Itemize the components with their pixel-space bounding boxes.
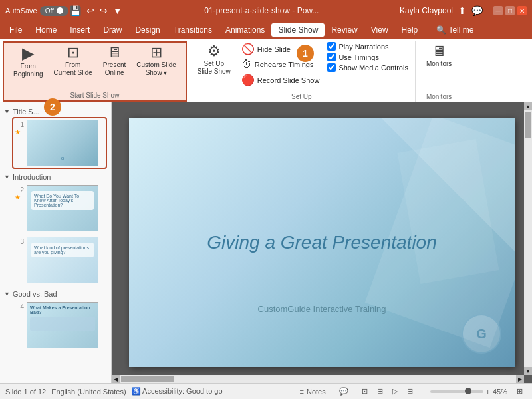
- share-icon[interactable]: ⬆: [458, 5, 466, 16]
- scroll-thumb-h[interactable]: [121, 376, 174, 382]
- monitors-button[interactable]: 🖥 Monitors: [422, 41, 456, 70]
- scroll-left-button[interactable]: ◀: [112, 375, 120, 383]
- presenter-view-button[interactable]: ⊟: [403, 386, 417, 397]
- minimize-button[interactable]: ─: [493, 6, 503, 15]
- hide-slide-button[interactable]: 🚫 Hide Slide: [237, 41, 324, 57]
- custom-show-icon: ⊞: [150, 45, 162, 60]
- setup-icon: ⚙: [207, 44, 221, 59]
- use-timings-row[interactable]: Use Timings: [326, 52, 410, 62]
- section-title[interactable]: ▼ Title S...: [3, 105, 108, 117]
- menu-file[interactable]: File: [3, 23, 29, 37]
- slide-subtitle: CustomGuide Interactive Training: [129, 304, 515, 314]
- scroll-track-h[interactable]: [120, 375, 516, 383]
- slide-4-num-area: 4 ★: [15, 302, 24, 318]
- notes-label: Notes: [307, 388, 326, 396]
- zoom-out-button[interactable]: ─: [422, 388, 428, 396]
- from-beginning-icon: ▶: [22, 45, 34, 61]
- setup-slideshow-button[interactable]: ⚙ Set UpSlide Show: [194, 41, 235, 78]
- from-current-slide-button[interactable]: ⊡ FromCurrent Slide: [49, 43, 96, 80]
- slide-thumb-2[interactable]: 2 ★ What Do You Want To Know After Today…: [13, 184, 106, 233]
- comments-status-icon: 💬: [339, 387, 348, 396]
- undo-icon[interactable]: ↩: [85, 4, 96, 17]
- custom-slide-show-button[interactable]: ⊞ Custom SlideShow ▾: [132, 43, 180, 80]
- maximize-button[interactable]: □: [505, 6, 515, 15]
- save-icon[interactable]: 💾: [68, 4, 82, 17]
- slide-thumb-3[interactable]: 3 ★ What kind of presentations are you g…: [13, 235, 106, 285]
- comments-status-button[interactable]: 💬: [335, 386, 352, 397]
- monitors-icon: 🖥: [432, 44, 446, 59]
- slide-sorter-button[interactable]: ⊞: [373, 386, 387, 397]
- section-intro-arrow: ▼: [4, 174, 10, 180]
- slide-1-num: 1: [15, 120, 24, 128]
- scroll-down-button[interactable]: ▼: [524, 367, 532, 375]
- autosave-toggle[interactable]: Off: [40, 6, 68, 16]
- menu-design[interactable]: Design: [128, 23, 166, 37]
- view-buttons: ⊡ ⊞ ▷ ⊟: [358, 386, 417, 397]
- slide-canvas: Giving a Great Presentation CustomGuide …: [129, 118, 515, 367]
- ribbon: ▶ FromBeginning ⊡ FromCurrent Slide 🖥 Pr…: [0, 39, 532, 102]
- window-controls: ─ □ ✕: [493, 6, 527, 15]
- show-media-controls-row[interactable]: Show Media Controls: [326, 63, 410, 72]
- scroll-right-button[interactable]: ▶: [516, 375, 524, 383]
- notes-button[interactable]: ≡ Notes: [296, 386, 330, 397]
- menu-home[interactable]: Home: [29, 23, 63, 37]
- menu-help[interactable]: Help: [395, 23, 425, 37]
- menu-draw[interactable]: Draw: [96, 23, 128, 37]
- section-introduction[interactable]: ▼ Introduction: [3, 170, 108, 182]
- zoom-in-button[interactable]: +: [486, 388, 490, 396]
- customize-icon[interactable]: ▼: [112, 4, 124, 17]
- comments-icon[interactable]: 💬: [471, 5, 483, 16]
- scroll-up-button[interactable]: ▲: [524, 102, 532, 110]
- zoom-control: ─ + 45%: [422, 388, 507, 396]
- scroll-thumb-v[interactable]: [525, 112, 531, 138]
- reading-view-button[interactable]: ▷: [388, 386, 402, 397]
- section-goodbad-slides: 4 ★ What Makes a Presentation Bad?: [3, 299, 108, 352]
- fit-to-window-button[interactable]: ⊞: [513, 386, 527, 397]
- language: English (United States): [51, 388, 126, 396]
- ribbon-group-monitors: 🖥 Monitors Monitors: [417, 41, 461, 102]
- rehearse-timings-button[interactable]: ⏱ Rehearse Timings: [237, 57, 324, 72]
- slide-thumb-1[interactable]: 1 ★ G: [13, 118, 106, 168]
- vertical-scrollbar[interactable]: ▲ ▼: [524, 102, 532, 375]
- hide-slide-label: Hide Slide: [257, 45, 291, 53]
- menu-insert[interactable]: Insert: [63, 23, 96, 37]
- redo-icon[interactable]: ↪: [98, 4, 109, 17]
- ribbon-group-setup: ⚙ Set UpSlide Show 🚫 Hide Slide ⏱ Rehear…: [188, 41, 416, 102]
- ribbon-group-start-slideshow: ▶ FromBeginning ⊡ FromCurrent Slide 🖥 Pr…: [3, 41, 187, 102]
- slide-4-thumbnail: What Makes a Presentation Bad?: [27, 302, 98, 348]
- close-button[interactable]: ✕: [517, 6, 527, 15]
- menu-view[interactable]: View: [364, 23, 395, 37]
- scroll-track-v[interactable]: [524, 110, 532, 367]
- section-goodbad[interactable]: ▼ Good vs. Bad: [3, 287, 108, 299]
- menu-review[interactable]: Review: [325, 23, 364, 37]
- start-slideshow-buttons: ▶ FromBeginning ⊡ FromCurrent Slide 🖥 Pr…: [9, 43, 180, 90]
- present-online-button[interactable]: 🖥 PresentOnline: [99, 43, 130, 80]
- horizontal-scrollbar[interactable]: ◀ ▶: [112, 375, 524, 383]
- record-icon: 🔴: [241, 74, 255, 86]
- menu-search[interactable]: 🔍 Tell me: [430, 23, 480, 37]
- normal-view-button[interactable]: ⊡: [358, 386, 372, 397]
- menu-slideshow[interactable]: Slide Show: [271, 23, 325, 37]
- play-narrations-row[interactable]: Play Narrations: [326, 41, 410, 51]
- menu-animations[interactable]: Animations: [219, 23, 271, 37]
- ribbon-content: ▶ FromBeginning ⊡ FromCurrent Slide 🖥 Pr…: [0, 39, 532, 102]
- autosave-label: AutoSave: [5, 7, 37, 15]
- slide-panel[interactable]: ▼ Title S... 1 ★ G ▼ Introduction 2: [0, 102, 112, 383]
- record-slideshow-button[interactable]: 🔴 Record Slide Show: [237, 72, 324, 88]
- show-media-checkbox[interactable]: [327, 63, 336, 72]
- zoom-level: 45%: [493, 388, 507, 396]
- menu-bar: File Home Insert Draw Design Transitions…: [0, 21, 532, 39]
- from-beginning-button[interactable]: ▶ FromBeginning: [9, 43, 47, 81]
- slide-main-title: Giving a Great Presentation: [168, 232, 476, 253]
- use-timings-checkbox[interactable]: [327, 53, 336, 61]
- slide-thumb-4[interactable]: 4 ★ What Makes a Presentation Bad?: [13, 301, 106, 350]
- title-right: Kayla Claypool ⬆ 💬 ─ □ ✕: [400, 5, 527, 16]
- slide-3-thumbnail: What kind of presentations are you givin…: [27, 237, 98, 283]
- zoom-slider-thumb: [465, 388, 471, 394]
- rehearse-label: Rehearse Timings: [255, 61, 314, 68]
- slide-2-num: 2: [15, 185, 24, 194]
- menu-transitions[interactable]: Transitions: [167, 23, 219, 37]
- accessibility: ♿ Accessibility: Good to go: [132, 387, 223, 396]
- zoom-slider[interactable]: [430, 390, 483, 393]
- play-narrations-checkbox[interactable]: [327, 42, 336, 51]
